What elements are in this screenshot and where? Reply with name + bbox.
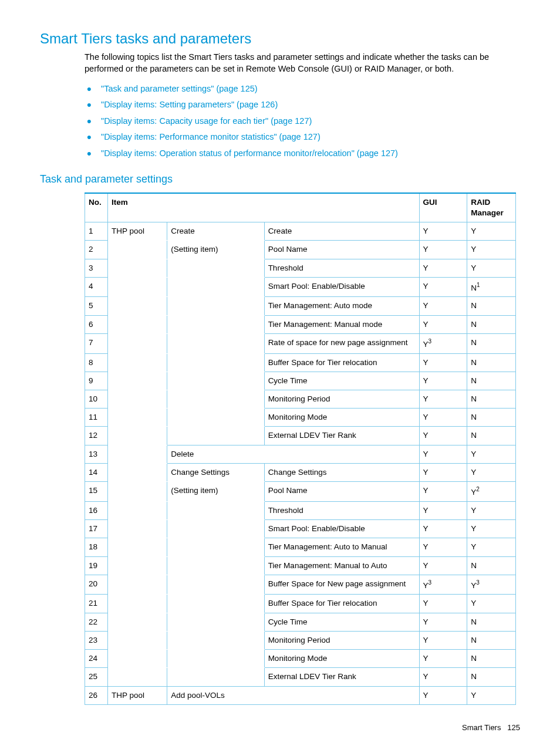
cell-item2 xyxy=(167,277,264,297)
cell-no: 17 xyxy=(85,520,108,538)
cell-gui: Y xyxy=(419,445,467,463)
cell-item3: External LDEV Tier Rank xyxy=(264,668,419,686)
xref-link[interactable]: "Display items: Capacity usage for each … xyxy=(101,116,312,126)
cell-item3: Smart Pool: Enable/Disable xyxy=(264,277,419,297)
cell-item2 xyxy=(167,297,264,315)
cell-no: 1 xyxy=(85,222,108,241)
cell-gui: Y xyxy=(419,409,467,427)
table-row: 9 Cycle Time Y N xyxy=(85,372,516,390)
cell-no: 13 xyxy=(85,445,108,463)
cell-item3: Threshold xyxy=(264,259,419,277)
cell-gui: Y xyxy=(419,556,467,575)
cell-item3: Monitoring Period xyxy=(264,631,419,649)
table-row: 18 Tier Management: Auto to Manual Y Y xyxy=(85,538,516,556)
cell-item1 xyxy=(107,297,167,315)
cell-gui: Y xyxy=(419,650,467,668)
cell-gui: Y xyxy=(419,482,467,502)
table-row: 6 Tier Management: Manual mode Y N xyxy=(85,315,516,333)
cell-item1 xyxy=(107,277,167,297)
cell-gui: Y xyxy=(419,297,467,315)
cell-item1 xyxy=(107,427,167,445)
col-raid: RAID Manager xyxy=(467,193,516,222)
page-title: Smart Tiers tasks and parameters xyxy=(40,29,520,48)
cell-item3: Pool Name xyxy=(264,241,419,259)
cell-gui: Y xyxy=(419,353,467,372)
footer-label: Smart Tiers xyxy=(462,723,501,732)
table-row: 10 Monitoring Period Y N xyxy=(85,390,516,409)
list-item: "Display items: Performance monitor stat… xyxy=(85,129,520,146)
xref-link[interactable]: "Display items: Performance monitor stat… xyxy=(101,132,321,141)
cell-no: 10 xyxy=(85,390,108,409)
cell-no: 6 xyxy=(85,315,108,333)
cell-raid: Y3 xyxy=(467,575,516,595)
cell-item3: Tier Management: Auto to Manual xyxy=(264,538,419,556)
cell-item2 xyxy=(167,575,264,595)
cell-no: 16 xyxy=(85,501,108,519)
table-row: 1 THP pool Create Create Y Y xyxy=(85,222,516,241)
cell-item3: Monitoring Mode xyxy=(264,650,419,668)
cell-gui: Y3 xyxy=(419,333,467,353)
cell-item2 xyxy=(167,315,264,333)
section-heading: Task and parameter settings xyxy=(40,172,520,186)
table-row: 2 (Setting item) Pool Name Y Y xyxy=(85,241,516,259)
col-gui: GUI xyxy=(419,193,467,222)
cell-gui: Y xyxy=(419,538,467,556)
cell-gui: Y xyxy=(419,241,467,259)
cell-item3: Monitoring Period xyxy=(264,390,419,409)
cell-item2 xyxy=(167,372,264,390)
xref-link[interactable]: "Display items: Setting parameters" (pag… xyxy=(101,100,278,109)
list-item: "Display items: Operation status of perf… xyxy=(85,146,520,162)
cell-no: 18 xyxy=(85,538,108,556)
cell-item2 xyxy=(167,613,264,631)
cell-no: 26 xyxy=(85,686,108,704)
cell-item1 xyxy=(107,556,167,575)
cell-raid: Y xyxy=(467,445,516,463)
cell-item1 xyxy=(107,409,167,427)
cell-raid: N xyxy=(467,409,516,427)
cell-item2: (Setting item) xyxy=(167,241,264,259)
xref-link[interactable]: "Task and parameter settings" (page 125) xyxy=(101,84,258,93)
cell-no: 2 xyxy=(85,241,108,259)
cell-item3: Buffer Space for Tier relocation xyxy=(264,353,419,372)
cell-item1 xyxy=(107,259,167,277)
cell-no: 9 xyxy=(85,372,108,390)
table-row: 5 Tier Management: Auto mode Y N xyxy=(85,297,516,315)
table-row: 24 Monitoring Mode Y N xyxy=(85,650,516,668)
cell-item1 xyxy=(107,575,167,595)
cell-item1 xyxy=(107,595,167,613)
list-item: "Task and parameter settings" (page 125) xyxy=(85,81,520,97)
cell-raid: N xyxy=(467,650,516,668)
cell-item2 xyxy=(167,595,264,613)
cell-raid: N xyxy=(467,668,516,686)
footer-page: 125 xyxy=(507,723,520,732)
cell-item3: Smart Pool: Enable/Disable xyxy=(264,520,419,538)
cell-no: 21 xyxy=(85,595,108,613)
page-footer: Smart Tiers 125 xyxy=(40,723,520,733)
xref-link[interactable]: "Display items: Operation status of perf… xyxy=(101,148,398,158)
table-row: 8 Buffer Space for Tier relocation Y N xyxy=(85,353,516,372)
cell-item1 xyxy=(107,613,167,631)
cell-item2 xyxy=(167,520,264,538)
cell-no: 19 xyxy=(85,556,108,575)
cell-item2 xyxy=(167,556,264,575)
cell-raid: Y xyxy=(467,501,516,519)
cell-item1 xyxy=(107,315,167,333)
col-no: No. xyxy=(85,193,108,222)
table-row: 23 Monitoring Period Y N xyxy=(85,631,516,649)
cell-raid: Y xyxy=(467,259,516,277)
cell-raid: Y xyxy=(467,241,516,259)
cell-raid: N xyxy=(467,372,516,390)
cell-item3: Pool Name xyxy=(264,482,419,502)
cell-item1: THP pool xyxy=(107,222,167,241)
cell-raid: N xyxy=(467,315,516,333)
cell-no: 7 xyxy=(85,333,108,353)
cell-raid: Y xyxy=(467,686,516,704)
cell-item3: Cycle Time xyxy=(264,613,419,631)
cell-item1 xyxy=(107,668,167,686)
cell-gui: Y xyxy=(419,668,467,686)
cell-item1 xyxy=(107,482,167,502)
table-row: 22 Cycle Time Y N xyxy=(85,613,516,631)
cell-no: 15 xyxy=(85,482,108,502)
list-item: "Display items: Capacity usage for each … xyxy=(85,113,520,130)
cell-item2: Change Settings xyxy=(167,463,264,481)
